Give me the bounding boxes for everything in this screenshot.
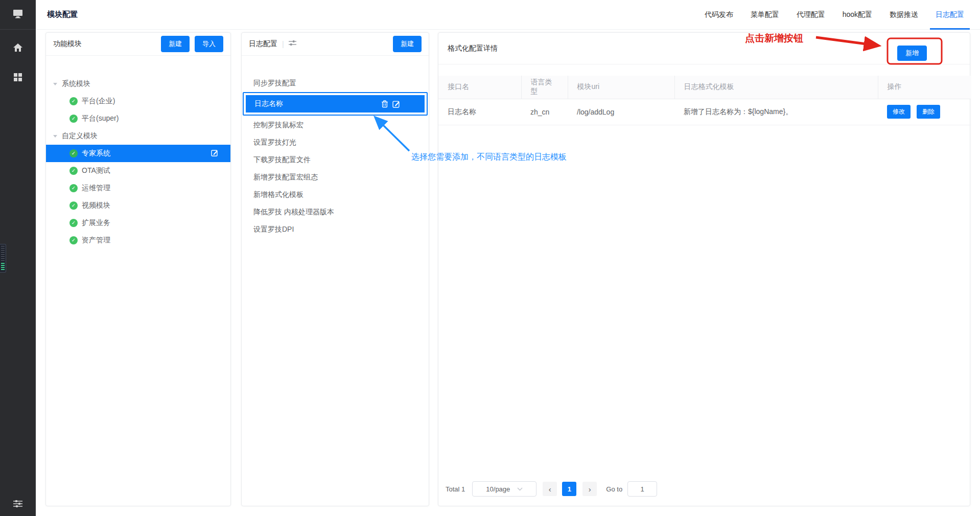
tree-node-expert-system-selected[interactable]: ✓ 专家系统 bbox=[46, 145, 230, 162]
log-item-set-light[interactable]: 设置罗技灯光 bbox=[242, 133, 429, 151]
tree-node-label: OTA测试 bbox=[82, 166, 110, 175]
col-log-template: 日志格式化模板 bbox=[674, 76, 878, 99]
monitor-logo-button[interactable] bbox=[0, 0, 36, 30]
tree-node-video-module[interactable]: ✓ 视频模块 bbox=[46, 197, 230, 214]
check-circle-icon: ✓ bbox=[69, 167, 78, 175]
tab-code-release[interactable]: 代码发布 bbox=[696, 0, 742, 30]
filter-sliders-icon[interactable] bbox=[289, 40, 296, 48]
col-interface-name: 接口名 bbox=[438, 76, 521, 99]
log-item-sync-config[interactable]: 同步罗技配置 bbox=[242, 74, 429, 92]
cell-template: 新增了日志名称为：${logName}。 bbox=[674, 99, 878, 125]
grid-icon bbox=[13, 73, 22, 83]
col-lang-type: 语言类型 bbox=[521, 76, 568, 99]
tree-node-label: 平台(企业) bbox=[82, 97, 115, 106]
tab-hook-config[interactable]: hook配置 bbox=[834, 0, 881, 30]
check-circle-icon: ✓ bbox=[69, 201, 78, 210]
log-new-button[interactable]: 新建 bbox=[393, 36, 422, 52]
detail-panel-title: 格式化配置详情 bbox=[448, 44, 498, 53]
log-item-add-format-template[interactable]: 新增格式化模板 bbox=[242, 186, 429, 203]
format-table: 接口名 语言类型 模块uri 日志格式化模板 操作 日志名称 zh_cn /lo… bbox=[438, 76, 971, 125]
check-circle-icon: ✓ bbox=[69, 184, 78, 192]
tree-node-label: 平台(super) bbox=[82, 114, 119, 123]
tree-node-platform-super[interactable]: ✓ 平台(super) bbox=[46, 110, 230, 127]
pagination-total: Total 1 bbox=[446, 485, 465, 493]
col-actions: 操作 bbox=[878, 76, 971, 99]
tab-data-push[interactable]: 数据推送 bbox=[881, 0, 927, 30]
tree-node-label: 扩展业务 bbox=[82, 218, 110, 228]
next-page-button[interactable]: › bbox=[582, 482, 597, 496]
module-new-button[interactable]: 新建 bbox=[161, 36, 190, 52]
cell-module-uri: /log/addLog bbox=[568, 99, 674, 125]
edit-icon[interactable] bbox=[392, 100, 400, 108]
settings-sliders-button[interactable] bbox=[0, 499, 36, 510]
log-config-panel: 日志配置 | 新建 同步罗技配置 日志名称 控制罗技鼠标宏 设置罗技灯光 bbox=[241, 32, 429, 506]
detail-panel-header: 格式化配置详情 新增 bbox=[438, 33, 970, 64]
goto-page-input[interactable] bbox=[627, 481, 657, 497]
pagination: Total 1 10/page ‹ 1 › Go to bbox=[446, 481, 657, 497]
tree-node-system-modules[interactable]: 系统模块 bbox=[46, 75, 230, 93]
current-page-button[interactable]: 1 bbox=[562, 482, 576, 496]
nav-tabs: 代码发布 菜单配置 代理配置 hook配置 数据推送 日志配置 bbox=[696, 0, 980, 30]
caret-down-icon bbox=[53, 135, 57, 138]
check-circle-icon: ✓ bbox=[69, 149, 78, 158]
modules-panel-title: 功能模块 bbox=[53, 39, 82, 49]
log-item-log-name-selected[interactable]: 日志名称 bbox=[246, 95, 425, 113]
trash-icon[interactable] bbox=[381, 100, 388, 108]
sliders-icon bbox=[13, 499, 23, 510]
app-window: 模块配置 代码发布 菜单配置 代理配置 hook配置 数据推送 日志配置 功能模… bbox=[0, 0, 980, 516]
table-header-row: 接口名 语言类型 模块uri 日志格式化模板 操作 bbox=[438, 76, 971, 99]
tree-node-label: 视频模块 bbox=[82, 201, 110, 210]
cell-interface-name: 日志名称 bbox=[438, 99, 521, 125]
tree-node-label: 运维管理 bbox=[82, 184, 110, 193]
apps-nav-button[interactable] bbox=[0, 66, 36, 89]
dock-handle[interactable] bbox=[0, 244, 6, 273]
tree-node-label: 自定义模块 bbox=[62, 131, 98, 141]
cell-actions: 修改 删除 bbox=[878, 99, 971, 125]
col-module-uri: 模块uri bbox=[568, 76, 674, 99]
log-item-control-mouse-macro[interactable]: 控制罗技鼠标宏 bbox=[242, 116, 429, 133]
row-delete-button[interactable]: 删除 bbox=[917, 105, 940, 119]
check-circle-icon: ✓ bbox=[69, 97, 78, 105]
cell-lang-type: zh_cn bbox=[521, 99, 568, 125]
edit-icon[interactable] bbox=[211, 149, 218, 158]
log-item-label: 日志名称 bbox=[254, 99, 283, 108]
modules-panel: 功能模块 新建 导入 系统模块 ✓ 平台(企业) ✓ 平台(super) 自定义… bbox=[45, 32, 231, 506]
log-item-download-config[interactable]: 下载罗技配置文件 bbox=[242, 151, 429, 168]
goto-label: Go to bbox=[606, 485, 622, 493]
home-icon bbox=[13, 43, 23, 54]
format-detail-panel: 格式化配置详情 新增 接口名 语言类型 模块uri 日志格式化模板 操作 日志名… bbox=[438, 32, 970, 506]
tree-node-extend-business[interactable]: ✓ 扩展业务 bbox=[46, 214, 230, 232]
page-size-value: 10/page bbox=[486, 485, 510, 493]
dock-handle-stripes-green bbox=[1, 263, 5, 271]
tab-proxy-config[interactable]: 代理配置 bbox=[788, 0, 834, 30]
module-import-button[interactable]: 导入 bbox=[195, 36, 223, 52]
log-panel-title: 日志配置 bbox=[249, 39, 277, 49]
header-divider: | bbox=[282, 40, 284, 48]
modules-panel-header: 功能模块 新建 导入 bbox=[46, 33, 230, 56]
tree-node-asset-management[interactable]: ✓ 资产管理 bbox=[46, 232, 230, 249]
selected-item-actions bbox=[381, 100, 425, 108]
module-tree: 系统模块 ✓ 平台(企业) ✓ 平台(super) 自定义模块 ✓ 专家系统 bbox=[46, 56, 230, 249]
prev-page-button[interactable]: ‹ bbox=[543, 482, 557, 496]
tree-node-ops-management[interactable]: ✓ 运维管理 bbox=[46, 180, 230, 197]
log-item-downgrade-kernel[interactable]: 降低罗技 内核处理器版本 bbox=[242, 203, 429, 220]
check-circle-icon: ✓ bbox=[69, 236, 78, 244]
left-rail bbox=[0, 0, 36, 516]
tree-node-label: 资产管理 bbox=[82, 236, 110, 245]
page-title: 模块配置 bbox=[47, 10, 78, 19]
home-nav-button[interactable] bbox=[0, 37, 36, 59]
log-item-set-dpi[interactable]: 设置罗技DPI bbox=[242, 220, 429, 238]
caret-down-icon bbox=[53, 83, 57, 85]
add-button[interactable]: 新增 bbox=[897, 46, 927, 61]
tree-node-ota-test[interactable]: ✓ OTA测试 bbox=[46, 162, 230, 180]
log-item-add-macro-group[interactable]: 新增罗技配置宏组态 bbox=[242, 168, 429, 186]
tree-node-label: 系统模块 bbox=[62, 79, 90, 88]
tree-node-custom-modules[interactable]: 自定义模块 bbox=[46, 127, 230, 145]
check-circle-icon: ✓ bbox=[69, 115, 78, 123]
tree-node-platform-enterprise[interactable]: ✓ 平台(企业) bbox=[46, 93, 230, 110]
tab-log-config[interactable]: 日志配置 bbox=[927, 0, 973, 30]
page-size-select[interactable]: 10/page bbox=[472, 481, 536, 497]
tab-menu-config[interactable]: 菜单配置 bbox=[742, 0, 788, 30]
top-header: 模块配置 代码发布 菜单配置 代理配置 hook配置 数据推送 日志配置 bbox=[36, 0, 980, 30]
row-edit-button[interactable]: 修改 bbox=[887, 105, 911, 119]
